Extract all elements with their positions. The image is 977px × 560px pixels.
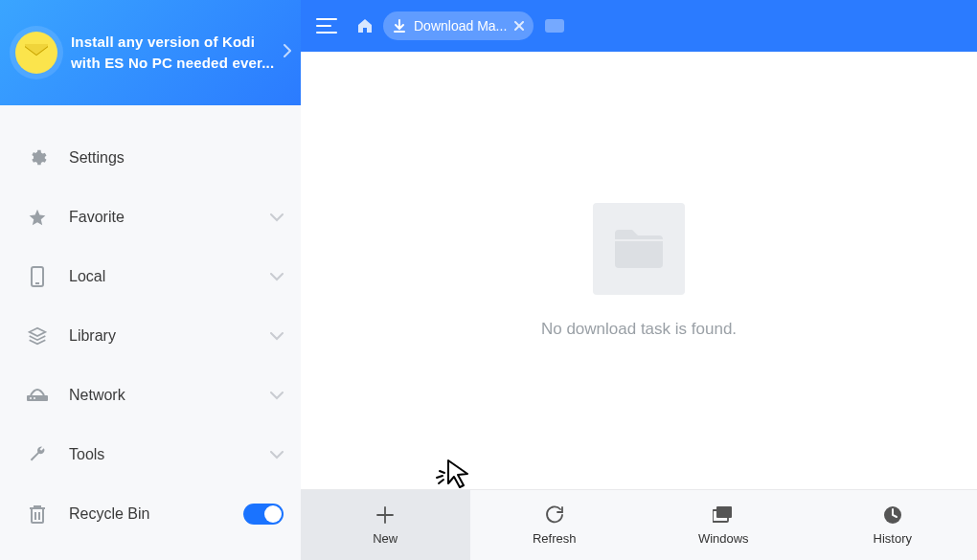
bottom-refresh-button[interactable]: Refresh [470,490,640,560]
main-panel: Download Ma... No download task is found… [301,0,977,560]
svg-point-4 [30,397,32,399]
sidebar-item-favorite[interactable]: Favorite [0,188,301,247]
wrench-icon [27,444,48,465]
svg-rect-13 [615,239,663,241]
chevron-down-icon [270,327,284,345]
sidebar-item-recycle-bin[interactable]: Recycle Bin [0,484,301,544]
chevron-down-icon [270,387,284,404]
tab-download-manager[interactable]: Download Ma... [383,11,534,40]
network-icon [27,385,48,406]
clock-icon [882,504,903,526]
sidebar-label-network: Network [69,387,270,404]
sidebar-item-local[interactable]: Local [0,247,301,306]
bottom-label-new: New [373,531,398,546]
sidebar-item-settings[interactable]: Settings [0,128,301,188]
bottom-label-refresh: Refresh [533,531,577,546]
new-tab-button[interactable] [545,19,564,33]
bottom-label-windows: Windows [698,531,749,546]
refresh-icon [544,504,565,526]
svg-rect-17 [716,506,732,518]
empty-state-text: No download task is found. [541,320,737,339]
tab-group: Download Ma... [352,11,564,40]
plus-icon [375,504,396,526]
trash-icon [27,504,48,525]
bottom-label-history: History [874,531,912,546]
sidebar-label-favorite: Favorite [69,209,270,226]
layers-icon [27,325,48,347]
chevron-right-icon [284,44,291,61]
bottom-windows-button[interactable]: Windows [639,490,808,560]
gear-icon [27,147,48,168]
bottom-history-button[interactable]: History [808,490,978,560]
svg-point-5 [34,397,35,399]
folder-icon [593,203,685,295]
chevron-down-icon [270,446,284,463]
hamburger-icon[interactable] [310,10,343,42]
sidebar: Install any version of Kodi with ES No P… [0,0,301,560]
chevron-down-icon [270,268,284,285]
sidebar-label-tools: Tools [69,446,270,463]
tab-label: Download Ma... [414,18,507,34]
download-icon [393,19,406,33]
promo-line-2: with ES No PC needed ever... [71,53,274,74]
sidebar-label-library: Library [69,327,270,345]
close-icon[interactable] [514,18,524,34]
sidebar-item-tools[interactable]: Tools [0,425,301,484]
promo-line-1: Install any version of Kodi [71,32,274,53]
promo-banner[interactable]: Install any version of Kodi with ES No P… [0,0,301,105]
star-icon [27,207,48,228]
sidebar-label-recycle: Recycle Bin [69,505,243,523]
windows-icon [713,504,734,526]
recycle-toggle[interactable] [243,504,284,525]
sidebar-label-local: Local [69,268,270,285]
chevron-down-icon [270,209,284,226]
bottom-bar: New Refresh Windows History [301,489,977,560]
phone-icon [27,266,48,287]
promo-text: Install any version of Kodi with ES No P… [71,32,274,74]
bottom-new-button[interactable]: New [301,490,470,560]
content-area: No download task is found. [301,52,977,489]
home-icon[interactable] [352,13,377,38]
sidebar-item-library[interactable]: Library [0,306,301,366]
sidebar-menu: Settings Favorite Local [0,105,301,560]
top-bar: Download Ma... [301,0,977,52]
mail-icon [15,32,57,74]
app-root: Install any version of Kodi with ES No P… [0,0,977,560]
sidebar-item-network[interactable]: Network [0,366,301,425]
sidebar-label-settings: Settings [69,149,284,167]
